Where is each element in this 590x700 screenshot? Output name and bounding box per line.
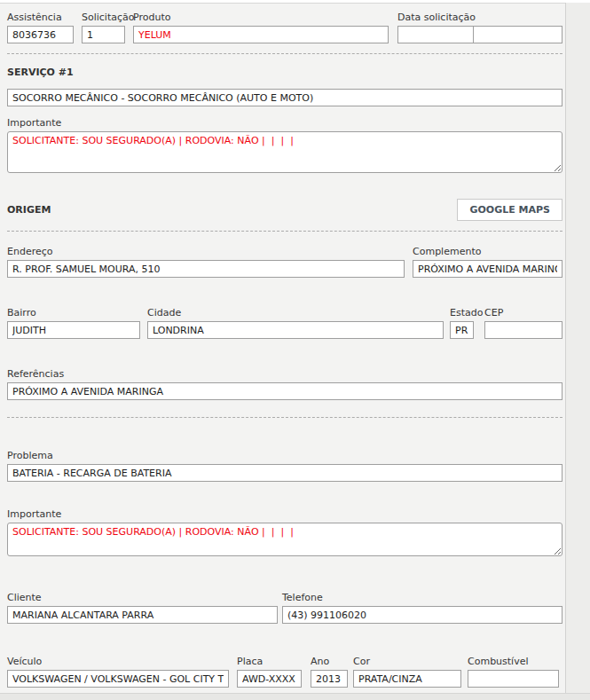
combustivel-label: Combustível [468, 656, 559, 667]
cor-input[interactable] [353, 670, 461, 688]
complemento-input[interactable] [413, 260, 562, 278]
importante-servico-label: Importante [7, 117, 562, 129]
telefone-field-group: Telefone [282, 592, 562, 624]
produto-field-group: Produto [133, 12, 389, 43]
origem-section-title: ORIGEM [7, 204, 51, 216]
problema-field-group: Problema [7, 450, 562, 482]
assistance-form-page: Assistência Solicitação Produto Data sol… [0, 0, 590, 700]
estado-label: Estado [450, 307, 474, 319]
bairro-label: Bairro [7, 307, 140, 319]
complemento-label: Complemento [413, 246, 562, 257]
servico-section-title: SERVIÇO #1 [7, 67, 562, 78]
telefone-label: Telefone [282, 592, 562, 603]
veiculo-row: Veículo Placa Ano Cor Combustível [7, 656, 562, 688]
cliente-label: Cliente [7, 592, 278, 603]
importante-problema-textarea[interactable] [7, 523, 562, 556]
estado-input[interactable] [450, 321, 474, 339]
assistencia-field-group: Assistência [7, 12, 74, 43]
ano-label: Ano [311, 656, 348, 667]
solicitacao-field-group: Solicitação [82, 12, 125, 43]
form-area: Assistência Solicitação Produto Data sol… [0, 3, 565, 688]
cidade-input[interactable] [147, 321, 444, 339]
separator [7, 53, 562, 54]
referencias-label: Referências [7, 368, 562, 380]
bairro-input[interactable] [7, 321, 140, 339]
cliente-row: Cliente Telefone [7, 592, 562, 624]
problema-input[interactable] [7, 464, 562, 482]
combustivel-input[interactable] [468, 670, 559, 688]
origem-header: ORIGEM GOOGLE MAPS [7, 199, 562, 221]
separator [7, 231, 562, 232]
ano-field-group: Ano [311, 656, 348, 688]
servico-input[interactable] [7, 89, 562, 106]
importante-problema-label: Importante [7, 508, 562, 520]
cliente-input[interactable] [7, 606, 278, 624]
cidade-label: Cidade [147, 307, 444, 319]
cep-field-group: CEP [484, 307, 562, 339]
veiculo-field-group: Veículo [7, 656, 229, 688]
google-maps-button[interactable]: GOOGLE MAPS [457, 199, 562, 221]
produto-input[interactable] [133, 26, 389, 43]
cep-label: CEP [484, 307, 562, 319]
data-solicitacao-label: Data solicitação [397, 12, 562, 23]
bairro-field-group: Bairro [7, 307, 140, 339]
telefone-input[interactable] [282, 606, 562, 624]
footer-strip [0, 693, 590, 700]
veiculo-input[interactable] [7, 670, 229, 688]
data-solicitacao-time-input[interactable] [473, 26, 562, 43]
right-rail [565, 3, 590, 700]
endereco-row: Endereço Complemento [7, 246, 562, 278]
header-row: Assistência Solicitação Produto Data sol… [7, 12, 562, 43]
data-solicitacao-field-group: Data solicitação [397, 12, 562, 43]
estado-field-group: Estado [450, 307, 474, 339]
cor-field-group: Cor [353, 656, 461, 688]
produto-label: Produto [133, 12, 389, 23]
cidade-field-group: Cidade [147, 307, 444, 339]
data-solicitacao-date-input[interactable] [397, 26, 473, 43]
solicitacao-input[interactable] [82, 26, 125, 43]
cor-label: Cor [353, 656, 461, 667]
veiculo-label: Veículo [7, 656, 229, 667]
cep-input[interactable] [484, 321, 562, 339]
placa-label: Placa [237, 656, 302, 667]
importante-problema-field-group: Importante [7, 508, 562, 556]
cliente-field-group: Cliente [7, 592, 278, 624]
importante-servico-textarea[interactable] [7, 131, 562, 173]
bairro-row: Bairro Cidade Estado CEP [7, 307, 562, 339]
importante-servico-field-group: Importante [7, 117, 562, 173]
complemento-field-group: Complemento [413, 246, 562, 278]
problema-label: Problema [7, 450, 562, 461]
solicitacao-label: Solicitação [82, 12, 125, 23]
endereco-input[interactable] [7, 260, 405, 278]
ano-input[interactable] [311, 670, 348, 688]
assistencia-input[interactable] [7, 26, 74, 43]
referencias-input[interactable] [7, 382, 562, 400]
endereco-label: Endereço [7, 246, 405, 257]
combustivel-field-group: Combustível [468, 656, 559, 688]
separator [7, 417, 562, 418]
placa-field-group: Placa [237, 656, 302, 688]
referencias-field-group: Referências [7, 368, 562, 400]
assistencia-label: Assistência [7, 12, 74, 23]
placa-input[interactable] [237, 670, 302, 688]
data-solicitacao-inputs [397, 26, 562, 43]
endereco-field-group: Endereço [7, 246, 405, 278]
